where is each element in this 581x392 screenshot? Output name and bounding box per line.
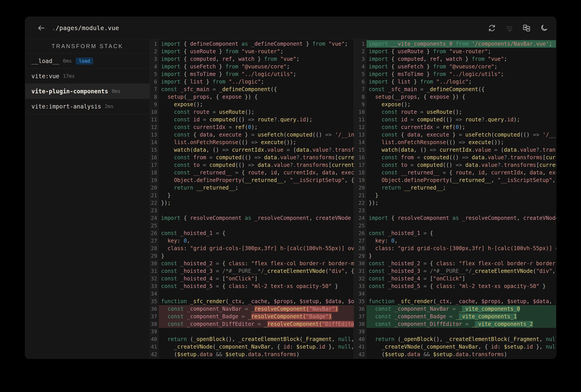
file-path-text: /pages/module.vue [56,24,119,32]
code-text: _createVNode(_component_NavBar, { id: $s… [366,343,556,350]
code-line: 8 setup(__props, { expose }) { [150,93,354,101]
transform-stack-item--load-[interactable]: __load__0msload [25,54,150,68]
code-text: }); [159,199,354,207]
code-line: 19 Object.defineProperty(__returned__, "… [354,176,556,184]
line-number: 15 [150,146,159,154]
line-number: 26 [150,230,159,237]
line-number: 25 [150,222,159,230]
code-line: 38 const _component_DiffEditor = _resolv… [150,320,354,328]
code-text: const from = computed(() => data.value?.… [366,154,556,161]
line-number: 42 [150,350,159,358]
line-number: 21 [150,192,159,199]
code-text: const _component_NavBar = __vite_compone… [366,305,556,313]
code-text: function _sfc_render(_ctx, _cache, $prop… [159,298,354,305]
split-view-button[interactable] [522,24,531,32]
line-number: 39 [354,328,366,336]
line-number: 31 [150,267,159,275]
code-text: import { defineComponent as _defineCompo… [159,40,354,48]
code-text: const currentIdx = ref(0); [366,124,556,131]
code-text: const __returned__ = { route, id, curren… [366,169,556,176]
code-line: 9 expose(); [150,101,354,108]
code-text: const _hoisted_3 = /*#__PURE__*/_createE… [159,267,354,275]
code-text: const _hoisted_2 = { class: "flex flex-c… [366,260,556,267]
code-text [159,290,354,298]
line-number: 3 [150,55,159,63]
transform-stack-item-vite-plugin-components[interactable]: vite-plugin-components0ms [25,84,150,99]
code-line: 35function _sfc_render(_ctx, _cache, $pr… [354,298,556,305]
code-line: 23 [150,207,354,214]
code-line: 5import { msToTime } from "../logic/util… [354,70,556,78]
code-text: import { computed, ref, watch } from "vu… [366,55,556,63]
back-button[interactable] [36,23,46,33]
code-line: 15 watch(data, () => currentIdx.value = … [150,146,354,154]
code-line: 27 key: 0, [354,237,556,244]
code-text: expose(); [366,101,556,108]
inspect-window: ./pages/module.vue [25,17,556,359]
file-path-dot: . [52,24,56,32]
line-number: 3 [354,55,366,63]
code-text: const _hoisted_1 = { [159,230,354,237]
line-number: 6 [150,78,159,86]
code-text: import { resolveComponent as _resolveCom… [366,214,556,222]
line-number: 25 [354,222,366,230]
code-text: const _component_Badge = __vite_componen… [366,313,556,320]
code-line: 35function _sfc_render(_ctx, _cache, $pr… [150,298,354,305]
line-number: 38 [150,320,159,328]
diff-pane-after[interactable]: 1import __vite_components_0 from '/compo… [354,39,556,358]
line-number: 10 [354,108,366,116]
code-line: 6import { list } from "../logic"; [150,78,354,86]
transform-stack-item-vite-import-analysis[interactable]: vite:import-analysis2ms [25,99,150,114]
line-number: 41 [150,343,159,350]
line-number: 8 [150,93,159,101]
window-body: TRANSFORM STACK __load__0msloadvite:vue1… [25,39,556,358]
code-line: 36 const _component_NavBar = _resolveCom… [150,305,354,313]
moon-icon [540,24,548,32]
code-line: 28 class: "grid grid-cols-[300px,3fr] h-… [354,244,556,252]
code-text: import { computed, ref, watch } from "vu… [159,55,354,63]
transform-stack-panel: TRANSFORM STACK __load__0msloadvite:vue1… [25,39,150,358]
back-arrow-icon [37,24,46,32]
code-line: 11 const id = computed(() => route?.quer… [150,116,354,124]
line-number: 18 [354,169,366,176]
code-text: setup(__props, { expose }) { [366,93,556,101]
diff-pane-before[interactable]: 1import { defineComponent as _defineComp… [150,39,354,358]
line-number: 11 [354,116,366,124]
transform-stack-item-vite-vue[interactable]: vite:vue17ms [25,68,150,84]
line-number: 6 [354,78,366,86]
code-line: 41 _createVNode(_component_NavBar, { id:… [150,343,354,350]
code-line: 22}); [354,199,556,207]
code-line: 14 list.onFetchResponse(() => execute())… [150,138,354,146]
code-line: 26const _hoisted_1 = { [150,230,354,237]
line-number: 40 [150,336,159,343]
code-line: 7const _sfc_main = _defineComponent({ [354,86,556,93]
code-text [366,207,556,214]
dark-mode-button[interactable] [540,24,548,32]
code-line: 37 const _component_Badge = __vite_compo… [354,313,556,320]
code-line: 20 return __returned__; [150,184,354,192]
line-number: 8 [354,93,366,101]
line-number: 14 [150,138,159,146]
line-number: 4 [150,63,159,70]
refresh-button[interactable] [488,24,496,32]
code-line: 39 [354,328,556,336]
code-text: function _sfc_render(_ctx, _cache, $prop… [366,298,556,305]
plugin-name: vite-plugin-components [32,88,108,95]
line-wrap-button[interactable] [505,24,514,32]
code-line: 27 key: 0, [150,237,354,244]
code-text: const __returned__ = { route, id, curren… [159,169,354,176]
line-wrap-icon [505,24,513,32]
code-line: 33const _hoisted_5 = { class: "ml-2 text… [150,282,354,290]
line-number: 14 [354,138,366,146]
plugin-time: 2ms [105,104,114,109]
code-text: const _hoisted_4 = ["onClick"] [366,275,556,282]
code-text: class: "grid grid-cols-[300px,3fr] h-[ca… [159,244,354,252]
code-text: const { data, execute } = useFetch(compu… [159,131,354,138]
line-number: 37 [354,313,366,320]
code-text: const route = useRoute(); [159,108,354,116]
line-number: 40 [354,336,366,343]
code-text: key: 0, [159,237,354,244]
code-line: 2import { useRoute } from "vue-router"; [150,48,354,55]
line-number: 27 [150,237,159,244]
code-line: 16 const from = computed(() => data.valu… [354,154,556,161]
line-number: 12 [150,124,159,131]
